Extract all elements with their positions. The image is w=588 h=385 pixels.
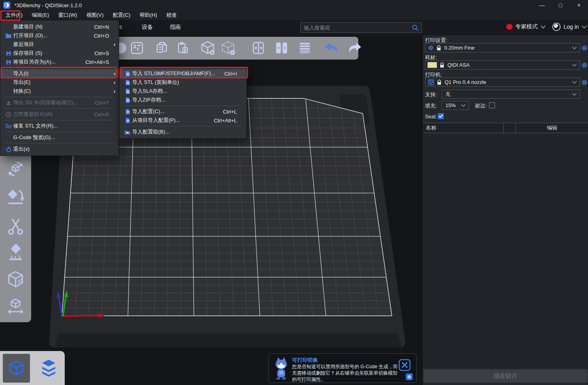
menu-item-label: G-Code 预览(G)... xyxy=(13,134,55,141)
menu-item-label: 修复 STL 文件(R)... xyxy=(13,122,58,130)
menu-item-shortcut: Ctrl+Alt+L xyxy=(214,118,237,124)
menubar-item-1[interactable]: 编辑(E) xyxy=(29,11,52,20)
notification-close-icon[interactable] xyxy=(399,359,411,371)
search-icon[interactable] xyxy=(412,24,419,31)
maximize-button[interactable]: □ xyxy=(551,0,570,10)
menubar: 文件(F)编辑(E)窗口(W)视图(V)配置(C)帮助(H)校准 xyxy=(0,10,588,20)
column-name[interactable]: 名称 xyxy=(423,123,504,133)
menu-item-label: 转换(C) xyxy=(13,88,31,95)
preview-view-button[interactable] xyxy=(32,351,65,385)
layers-preview-icon xyxy=(39,358,59,379)
menu-item-shortcut: Ctrl+R xyxy=(94,112,109,118)
copy-icon[interactable] xyxy=(155,40,170,56)
menu-item-convert[interactable]: 转换(C)› xyxy=(0,87,119,96)
arrange-icon[interactable] xyxy=(129,40,145,56)
login-button[interactable]: Log in xyxy=(552,22,587,31)
column-spacer[interactable] xyxy=(504,123,516,133)
tab-device[interactable]: 设备 xyxy=(142,24,153,31)
save-icon xyxy=(4,50,13,56)
search-input[interactable] xyxy=(301,25,412,31)
slice-now-button[interactable]: 现在切片 xyxy=(423,369,588,383)
menu-item-new-project[interactable]: 新建项目 (N)Ctrl+N xyxy=(0,22,119,31)
folder-open-icon xyxy=(4,32,13,39)
scale-icon[interactable] xyxy=(6,296,25,315)
menu-item-import-config-bundle[interactable]: 导入配置组(B)... xyxy=(119,128,246,136)
menu-item-label: 退出(x) xyxy=(13,146,30,153)
variable-layer-height-icon[interactable] xyxy=(297,40,312,56)
filament-select[interactable]: QIDI ASA xyxy=(425,60,580,70)
reslice-icon xyxy=(4,112,13,118)
infill-select[interactable]: 15% xyxy=(442,101,469,110)
menu-item-label: 导出(E) xyxy=(13,79,30,86)
submenu-arrow-icon: › xyxy=(111,41,115,48)
print-settings-select[interactable]: 0.20mm Fine xyxy=(425,43,580,52)
menubar-item-4[interactable]: 配置(C) xyxy=(109,11,133,20)
printer-select[interactable]: Q1 Pro 0.4 nozzle xyxy=(425,78,580,87)
redo-icon[interactable] xyxy=(347,40,362,56)
view-switcher xyxy=(0,351,65,385)
add-instance-icon[interactable] xyxy=(200,40,215,56)
titlebar: *3DBenchy - QIDISlicer-1.2.0 — □ × xyxy=(0,0,588,10)
menu-item-save-project[interactable]: 保存项目 (S)Ctrl+S xyxy=(0,49,119,58)
menubar-item-3[interactable]: 视图(V) xyxy=(83,11,107,20)
editor-view-button[interactable] xyxy=(0,351,32,385)
menu-item-open-project[interactable]: 打开项目 (O)...Ctrl+O xyxy=(0,31,119,40)
mode-selector[interactable]: 专家模式 xyxy=(507,23,546,30)
import-model-icon xyxy=(123,88,132,94)
repair-icon xyxy=(4,123,13,129)
menu-item-repair-stl[interactable]: 修复 STL 文件(R)... xyxy=(0,122,119,130)
place-on-face-icon[interactable] xyxy=(6,187,25,206)
menu-item-gcode-preview[interactable]: G-Code 预览(G)... xyxy=(0,133,119,142)
support-value: 无 xyxy=(445,91,451,98)
close-button[interactable]: × xyxy=(570,0,588,10)
menu-item-recent-projects[interactable]: 最近项目› xyxy=(0,40,119,49)
menu-item-import-stl-imperial[interactable]: 导入 STL (英制单位) xyxy=(119,78,246,87)
menu-item-label: 导入 STL/3MF/STEP/OBJ/AMF(F)... xyxy=(132,70,215,77)
split-to-parts-icon[interactable] xyxy=(274,40,289,56)
import-model-icon xyxy=(123,71,132,77)
menu-item-shortcut: Ctrl+I xyxy=(224,71,237,77)
support-label: 支持: xyxy=(425,91,437,98)
submenu-arrow-icon: › xyxy=(111,79,115,86)
app-icon xyxy=(3,2,10,9)
search-box[interactable] xyxy=(300,22,422,33)
chevron-down-icon xyxy=(572,81,577,84)
menu-item-label: 新建项目 (N) xyxy=(13,23,43,30)
notification-settings-icon[interactable] xyxy=(406,373,413,380)
menu-item-save-project-as[interactable]: 将项目另存为(A)...Ctrl+Alt+S xyxy=(0,58,119,66)
menubar-item-2[interactable]: 窗口(W) xyxy=(55,11,80,20)
menu-item-import-zip-archive[interactable]: 导入ZIP存档... xyxy=(119,96,246,104)
chevron-down-icon xyxy=(572,46,577,50)
menu-separator xyxy=(123,126,242,126)
undo-icon[interactable] xyxy=(324,40,339,56)
paint-support-icon[interactable] xyxy=(6,243,25,262)
cut-icon[interactable] xyxy=(6,217,25,236)
column-edit[interactable]: 编辑 xyxy=(516,123,588,133)
menu-item-import-config-from-project[interactable]: 从项目导入配置(P)...Ctrl+Alt+L xyxy=(119,116,246,125)
tab-guide[interactable]: 指南 xyxy=(170,24,181,31)
filament-gear-button[interactable] xyxy=(581,62,588,68)
chevron-down-icon xyxy=(582,25,587,29)
split-to-objects-icon[interactable] xyxy=(251,40,266,56)
printer-gear-button[interactable] xyxy=(581,79,588,86)
menu-item-quit[interactable]: 退出(x) xyxy=(0,145,119,154)
fuzzy-skin-icon[interactable] xyxy=(6,270,25,289)
menubar-item-5[interactable]: 帮助(H) xyxy=(136,11,160,20)
remove-instance-icon[interactable] xyxy=(220,40,236,56)
rotate-icon[interactable] xyxy=(6,160,25,179)
menu-item-import-stl-3mf-step-obj-amf[interactable]: 导入 STL/3MF/STEP/OBJ/AMF(F)...Ctrl+I xyxy=(119,69,246,78)
seal-checkbox[interactable] xyxy=(438,113,444,119)
menu-item-reslice-now: 立即重新切片(W)Ctrl+R xyxy=(0,110,119,119)
menubar-item-6[interactable]: 校准 xyxy=(163,11,180,20)
menu-item-label: 从项目导入配置(P)... xyxy=(132,117,180,124)
menu-item-import[interactable]: 导入(I)› xyxy=(0,69,119,78)
support-select[interactable]: 无 xyxy=(442,90,580,99)
minimize-button[interactable]: — xyxy=(533,0,551,10)
menu-item-import-sla-archive[interactable]: 导入SLA存档... xyxy=(119,87,246,96)
menu-item-import-config[interactable]: 导入配置(C)...Ctrl+L xyxy=(119,107,246,116)
print-settings-gear-button[interactable] xyxy=(581,44,588,51)
menubar-item-0[interactable]: 文件(F) xyxy=(2,11,26,20)
paste-icon[interactable] xyxy=(175,40,191,56)
brim-checkbox[interactable] xyxy=(489,102,495,108)
menu-item-export[interactable]: 导出(E)› xyxy=(0,78,119,87)
